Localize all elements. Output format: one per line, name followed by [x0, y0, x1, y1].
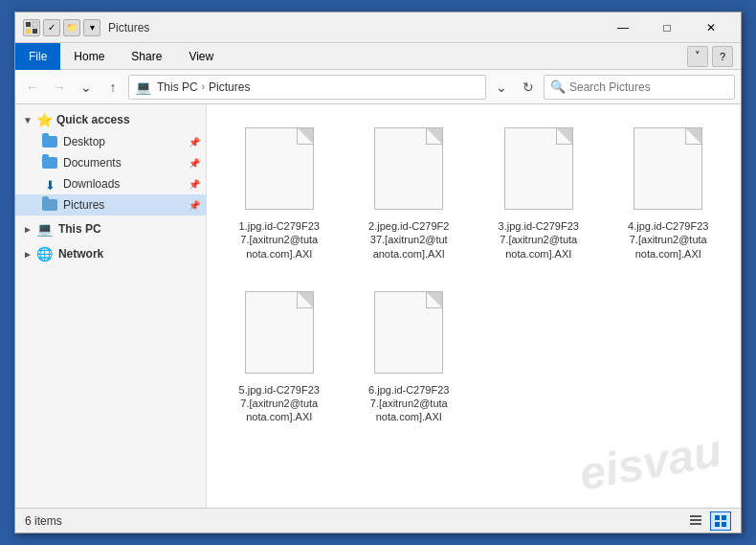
file-grid: 1.jpg.id-C279F237.[axitrun2@tutanota.com… — [222, 120, 725, 432]
file-name-4: 4.jpg.id-C279F237.[axitrun2@tutanota.com… — [628, 219, 708, 261]
file-menu[interactable]: File — [15, 43, 60, 70]
file-item-6[interactable]: 6.jpg.id-C279F237.[axitrun2@tutanota.com… — [352, 284, 467, 432]
file-item-5[interactable]: 5.jpg.id-C279F237.[axitrun2@tutanota.com… — [222, 284, 337, 432]
svg-rect-0 — [26, 22, 31, 27]
sidebar-label-downloads: Downloads — [63, 177, 120, 191]
item-count: 6 items — [25, 514, 62, 528]
file-page-3 — [504, 127, 573, 210]
quick-access-label: Quick access — [56, 113, 130, 126]
pictures-folder-icon — [42, 199, 57, 211]
sidebar-label-pictures: Pictures — [63, 198, 104, 212]
svg-rect-2 — [26, 29, 31, 34]
title-bar-left-controls: ✓ 📁 ▾ — [23, 19, 100, 36]
status-bar: 6 items — [15, 508, 741, 533]
sidebar-item-pictures[interactable]: Pictures 📌 — [15, 194, 206, 216]
file-page-corner-3 — [557, 128, 572, 144]
view-controls — [685, 511, 731, 531]
title-bar-buttons: — □ ✕ — [601, 12, 733, 43]
dropdown-button[interactable]: ⌄ — [75, 76, 98, 99]
file-page-5 — [245, 291, 314, 374]
file-icon-6 — [370, 291, 447, 377]
svg-rect-6 — [690, 523, 701, 525]
this-pc-section: ► 💻 This PC — [15, 217, 206, 240]
main-content: ▼ ⭐ Quick access Desktop 📌 Documents 📌 ⬇… — [15, 104, 741, 508]
this-pc-icon: 💻 — [36, 221, 53, 237]
address-dropdown-button[interactable]: ⌄ — [490, 76, 513, 99]
file-name-3: 3.jpg.id-C279F237.[axitrun2@tutanota.com… — [499, 219, 579, 261]
file-item-3[interactable]: 3.jpg.id-C279F237.[axitrun2@tutanota.com… — [481, 120, 596, 268]
forward-button[interactable]: → — [48, 76, 71, 99]
file-icon-3 — [500, 127, 577, 214]
pin-icon-documents: 📌 — [189, 158, 200, 169]
file-page-1 — [245, 127, 314, 210]
sidebar-label-desktop: Desktop — [63, 135, 105, 148]
this-pc-chevron: ► — [23, 224, 33, 235]
menu-bar-right: ˅ ? — [687, 46, 741, 67]
list-view-button[interactable] — [685, 511, 706, 531]
home-menu[interactable]: Home — [60, 43, 118, 70]
watermark: eisvau — [575, 423, 725, 500]
tb-ctrl-3[interactable]: ▾ — [83, 19, 100, 36]
title-bar: ✓ 📁 ▾ Pictures — □ ✕ — [15, 12, 741, 43]
minimize-button[interactable]: — — [601, 12, 645, 43]
close-button[interactable]: ✕ — [689, 12, 733, 43]
this-pc-label: This PC — [58, 222, 101, 236]
svg-rect-3 — [33, 29, 37, 34]
network-label: Network — [58, 247, 103, 261]
file-item-1[interactable]: 1.jpg.id-C279F237.[axitrun2@tutanota.com… — [222, 120, 337, 268]
tb-ctrl-2[interactable]: 📁 — [63, 19, 80, 36]
search-box[interactable]: 🔍 — [544, 75, 735, 100]
file-area: 1.jpg.id-C279F237.[axitrun2@tutanota.com… — [207, 104, 741, 508]
ribbon-help[interactable]: ? — [712, 46, 733, 67]
pin-icon-downloads: 📌 — [189, 179, 200, 190]
pin-icon-pictures: 📌 — [189, 200, 200, 211]
up-button[interactable]: ↑ — [101, 76, 124, 99]
file-name-6: 6.jpg.id-C279F237.[axitrun2@tutanota.com… — [368, 383, 449, 424]
search-icon: 🔍 — [550, 79, 566, 94]
downloads-icon: ⬇ — [42, 178, 57, 190]
svg-rect-9 — [715, 522, 720, 527]
maximize-button[interactable]: □ — [645, 12, 689, 43]
explorer-window: ✓ 📁 ▾ Pictures — □ ✕ File Home Share Vie… — [14, 11, 742, 534]
file-page-corner-5 — [298, 292, 313, 307]
file-item-4[interactable]: 4.jpg.id-C279F237.[axitrun2@tutanota.com… — [611, 120, 726, 268]
file-item-2[interactable]: 2.jpeg.id-C279F237.[axitrun2@tutanota.co… — [352, 120, 467, 268]
documents-folder-icon — [42, 157, 57, 169]
file-icon-5 — [241, 291, 318, 377]
path-this-pc[interactable]: This PC — [155, 80, 200, 94]
ribbon-chevron-down[interactable]: ˅ — [687, 46, 708, 67]
this-pc-header[interactable]: ► 💻 This PC — [15, 217, 206, 240]
file-page-corner-2 — [427, 128, 442, 144]
svg-rect-8 — [722, 515, 726, 520]
file-page-corner-4 — [686, 128, 701, 144]
quick-access-section: ▼ ⭐ Quick access Desktop 📌 Documents 📌 ⬇… — [15, 108, 206, 216]
file-page-6 — [374, 291, 443, 374]
quick-access-header[interactable]: ▼ ⭐ Quick access — [15, 108, 206, 131]
file-name-1: 1.jpg.id-C279F237.[axitrun2@tutanota.com… — [239, 219, 320, 261]
address-bar: ← → ⌄ ↑ 💻 This PC › Pictures ⌄ ↻ 🔍 — [15, 70, 741, 104]
icon-view-button[interactable] — [710, 511, 731, 531]
sidebar-item-downloads[interactable]: ⬇ Downloads 📌 — [15, 173, 206, 194]
path-pictures[interactable]: Pictures — [207, 80, 252, 94]
svg-rect-10 — [722, 522, 726, 527]
menu-bar: File Home Share View ˅ ? — [15, 43, 741, 70]
sidebar-item-desktop[interactable]: Desktop 📌 — [15, 131, 206, 152]
tb-ctrl-1[interactable]: ✓ — [43, 19, 60, 36]
sidebar-item-documents[interactable]: Documents 📌 — [15, 152, 206, 173]
back-button[interactable]: ← — [21, 76, 44, 99]
path-sep-1: › — [202, 81, 205, 92]
file-icon-4 — [630, 127, 706, 214]
share-menu[interactable]: Share — [118, 43, 175, 70]
quick-access-chevron: ▼ — [23, 115, 33, 125]
address-path[interactable]: 💻 This PC › Pictures — [128, 75, 486, 100]
window-icon — [23, 19, 40, 36]
svg-rect-7 — [715, 515, 720, 520]
view-menu[interactable]: View — [175, 43, 227, 70]
file-icon-2 — [370, 127, 447, 214]
search-input[interactable] — [569, 80, 728, 94]
svg-rect-1 — [33, 22, 37, 27]
file-name-5: 5.jpg.id-C279F237.[axitrun2@tutanota.com… — [239, 383, 320, 424]
refresh-button[interactable]: ↻ — [517, 76, 540, 99]
svg-rect-4 — [690, 515, 701, 517]
network-header[interactable]: ► 🌐 Network — [15, 242, 206, 265]
